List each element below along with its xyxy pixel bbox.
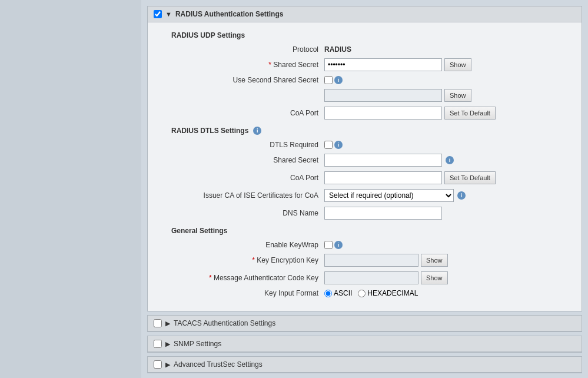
use-second-group: Use Second Shared Secret i <box>171 76 570 84</box>
mac-group: * Message Authenticator Code Key Show <box>171 271 570 284</box>
radius-toggle-icon[interactable]: ▼ <box>165 11 172 18</box>
main-content: ▼ RADIUS Authentication Settings RADIUS … <box>141 0 588 378</box>
coa-port-group: CoA Port 1700 Set To Default <box>171 107 570 120</box>
enable-keywrap-checkbox[interactable] <box>324 241 333 249</box>
dtls-shared-secret-group: Shared Secret radius/dtls i <box>171 154 570 167</box>
dtls-shared-secret-input[interactable]: radius/dtls <box>324 154 442 167</box>
radius-checkbox[interactable] <box>154 10 162 18</box>
dtls-coa-port-input[interactable]: 2083 <box>324 171 442 184</box>
dtls-coa-port-group: CoA Port 2083 Set To Default <box>171 171 570 184</box>
dtls-shared-secret-info-icon[interactable]: i <box>446 156 454 164</box>
mac-show-button[interactable]: Show <box>421 271 448 284</box>
trustsec-section-title: Advanced TrustSec Settings <box>174 360 263 369</box>
dtls-shared-secret-label: Shared Secret <box>171 156 324 164</box>
coa-port-label: CoA Port <box>171 109 324 117</box>
key-show-button[interactable]: Show <box>421 254 448 267</box>
protocol-group: Protocol RADIUS <box>171 45 570 54</box>
shared-secret-group: * * Shared SecretShared Secret Show <box>171 58 570 71</box>
trustsec-checkbox[interactable] <box>154 360 162 369</box>
radius-section: ▼ RADIUS Authentication Settings RADIUS … <box>147 6 582 311</box>
key-input-radio-group: ASCII HEXADECIMAL <box>324 289 418 297</box>
key-encryption-input[interactable] <box>324 254 418 267</box>
tacacs-section-header[interactable]: ▶ TACACS Authentication Settings <box>148 316 582 331</box>
tacacs-toggle-icon[interactable]: ▶ <box>165 320 170 327</box>
trustsec-toggle-icon[interactable]: ▶ <box>165 361 170 369</box>
dtls-required-group: DTLS Required i <box>171 141 570 149</box>
dtls-settings-title: RADIUS DTLS Settings i <box>171 127 570 135</box>
protocol-value: RADIUS <box>324 45 351 54</box>
second-shared-secret-group: Show <box>171 89 570 102</box>
dtls-coa-port-label: CoA Port <box>171 174 324 182</box>
dns-name-group: DNS Name <box>171 207 570 220</box>
snmp-section-header[interactable]: ▶ SNMP Settings <box>148 336 582 352</box>
coa-port-input[interactable]: 1700 <box>324 107 442 120</box>
left-sidebar <box>0 0 141 378</box>
radius-section-body: RADIUS UDP Settings Protocol RADIUS * * … <box>148 22 582 311</box>
key-encryption-group: * Key Encryption Key Show <box>171 254 570 267</box>
issuer-ca-label: Issuer CA of ISE Certificates for CoA <box>171 191 324 200</box>
use-second-checkbox[interactable] <box>324 76 333 84</box>
mac-label: * Message Authenticator Code Key <box>171 274 324 282</box>
dns-name-input[interactable] <box>324 207 442 220</box>
enable-keywrap-group: Enable KeyWrap i <box>171 241 570 249</box>
key-input-format-label: Key Input Format <box>171 289 324 297</box>
snmp-checkbox[interactable] <box>154 340 162 348</box>
snmp-section-title: SNMP Settings <box>174 340 221 348</box>
dtls-required-checkbox[interactable] <box>324 141 333 149</box>
key-input-format-group: Key Input Format ASCII HEXADECIMAL <box>171 289 570 297</box>
protocol-label: Protocol <box>171 45 324 54</box>
tacacs-checkbox[interactable] <box>154 319 162 327</box>
tacacs-section: ▶ TACACS Authentication Settings <box>147 315 582 332</box>
dtls-title-info-icon[interactable]: i <box>253 127 261 135</box>
dtls-coa-set-default-button[interactable]: Set To Default <box>444 171 496 184</box>
show-second-button[interactable]: Show <box>444 89 471 102</box>
trustsec-section: ▶ Advanced TrustSec Settings <box>147 356 582 373</box>
issuer-ca-group: Issuer CA of ISE Certificates for CoA Se… <box>171 189 570 202</box>
show-secret-button[interactable]: Show <box>444 58 471 71</box>
keywrap-info-icon[interactable]: i <box>334 241 343 249</box>
radius-section-title: RADIUS Authentication Settings <box>175 10 284 18</box>
radius-section-header[interactable]: ▼ RADIUS Authentication Settings <box>148 6 582 22</box>
udp-settings-title: RADIUS UDP Settings <box>171 31 570 39</box>
trustsec-section-header[interactable]: ▶ Advanced TrustSec Settings <box>148 357 582 373</box>
ascii-radio-label[interactable]: ASCII <box>324 289 352 297</box>
hex-radio[interactable] <box>358 290 366 297</box>
ascii-radio[interactable] <box>324 290 332 297</box>
dtls-required-info-icon[interactable]: i <box>334 141 343 149</box>
enable-keywrap-label: Enable KeyWrap <box>171 241 324 249</box>
shared-secret-label: * * Shared SecretShared Secret <box>171 61 324 69</box>
dns-name-label: DNS Name <box>171 209 324 217</box>
issuer-ca-info-icon[interactable]: i <box>457 191 466 200</box>
snmp-section: ▶ SNMP Settings <box>147 336 582 353</box>
general-settings-title: General Settings <box>171 227 570 235</box>
mac-input[interactable] <box>324 271 418 284</box>
snmp-toggle-icon[interactable]: ▶ <box>165 340 170 348</box>
key-encryption-label: * Key Encryption Key <box>171 256 324 264</box>
second-shared-secret-input[interactable] <box>324 89 442 102</box>
tacacs-section-title: TACACS Authentication Settings <box>174 319 275 327</box>
hex-radio-label[interactable]: HEXADECIMAL <box>358 289 418 297</box>
use-second-label: Use Second Shared Secret <box>171 76 324 84</box>
shared-secret-input[interactable] <box>324 58 442 71</box>
use-second-info-icon[interactable]: i <box>334 76 343 84</box>
coa-set-default-button[interactable]: Set To Default <box>444 107 496 120</box>
issuer-ca-select[interactable]: Select if required (optional) <box>324 189 454 202</box>
dtls-required-label: DTLS Required <box>171 141 324 149</box>
